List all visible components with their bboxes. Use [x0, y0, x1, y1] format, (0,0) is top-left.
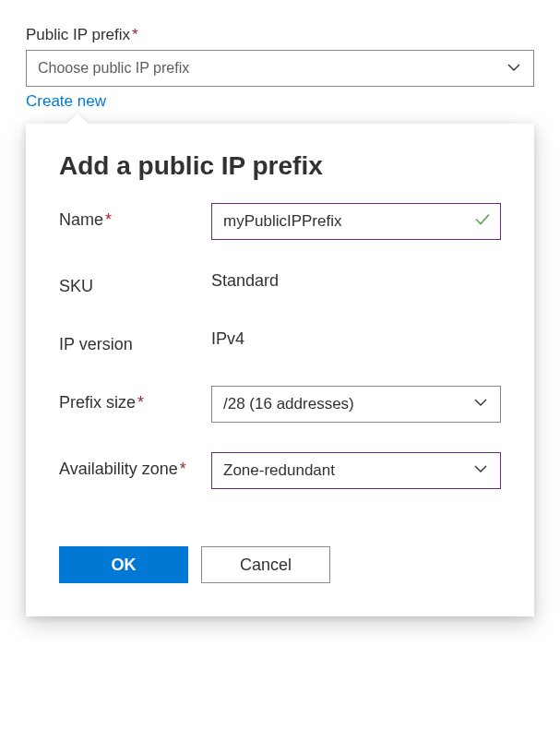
ok-button[interactable]: OK [59, 546, 188, 583]
create-new-link[interactable]: Create new [26, 92, 106, 111]
chevron-down-icon [472, 394, 489, 415]
name-input[interactable] [211, 203, 501, 240]
popover-title: Add a public IP prefix [59, 151, 501, 181]
ip-version-value: IPv4 [211, 328, 501, 349]
availability-zone-label: Availability zone* [59, 452, 211, 481]
required-asterisk: * [132, 26, 138, 43]
prefix-size-select[interactable]: /28 (16 addresses) [211, 386, 501, 423]
sku-label: SKU [59, 269, 211, 298]
add-public-ip-prefix-popover: Add a public IP prefix Name* SKU Standar… [26, 124, 534, 616]
dropdown-placeholder: Choose public IP prefix [38, 60, 506, 77]
ip-version-label: IP version [59, 328, 211, 356]
public-ip-prefix-dropdown[interactable]: Choose public IP prefix [26, 50, 534, 87]
availability-zone-select[interactable]: Zone-redundant [211, 452, 501, 489]
checkmark-icon [473, 210, 492, 233]
chevron-down-icon [506, 59, 522, 78]
cancel-button[interactable]: Cancel [201, 546, 330, 583]
chevron-down-icon [472, 460, 489, 482]
name-label: Name* [59, 203, 211, 232]
sku-value: Standard [211, 269, 501, 291]
public-ip-prefix-label: Public IP prefix* [26, 26, 534, 44]
prefix-size-label: Prefix size* [59, 386, 211, 414]
